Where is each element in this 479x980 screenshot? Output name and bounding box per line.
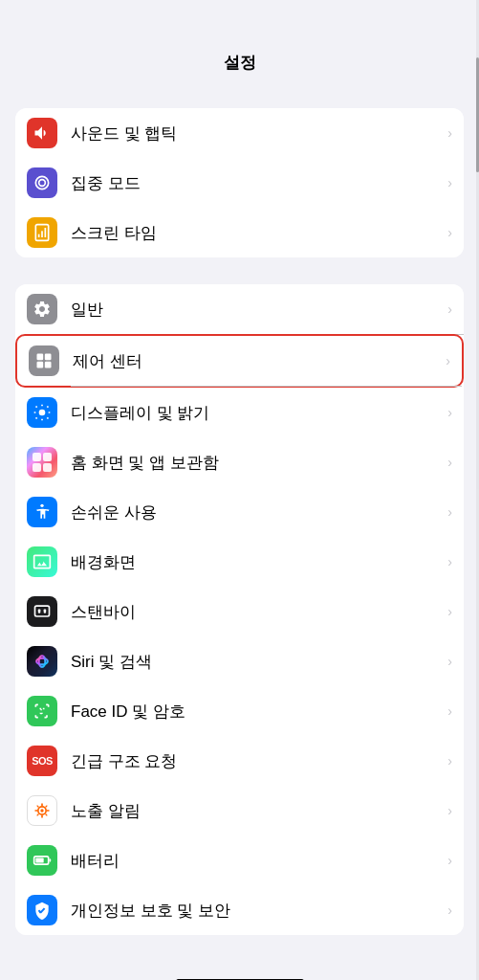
settings-item-standby[interactable]: 스탠바이 › [15, 587, 464, 636]
chevron-icon: › [447, 175, 452, 190]
svg-line-22 [46, 814, 48, 816]
chevron-icon: › [447, 125, 452, 141]
display-icon [27, 397, 57, 428]
svg-rect-3 [45, 228, 47, 237]
exposure-icon [27, 795, 57, 826]
svg-rect-6 [37, 362, 44, 368]
svg-point-8 [39, 410, 46, 416]
chevron-icon: › [447, 654, 452, 669]
wallpaper-icon [27, 546, 57, 577]
chevron-icon: › [447, 554, 452, 569]
svg-rect-10 [35, 606, 50, 616]
settings-item-exposure[interactable]: 노출 알림 › [15, 786, 464, 835]
settings-group-2: 일반 › 제어 센터 › 디스플레이 및 밝기 › [15, 284, 464, 935]
svg-rect-7 [45, 362, 52, 368]
privacy-icon [27, 895, 57, 925]
settings-item-focusmode[interactable]: 집중 모드 › [15, 158, 464, 208]
svg-line-24 [37, 814, 39, 816]
settings-item-sos[interactable]: SOS 긴급 구조 요청 › [15, 736, 464, 786]
chevron-icon: › [447, 753, 452, 768]
settings-item-faceid[interactable]: Face ID 및 암호 › [15, 686, 464, 736]
status-bar [0, 0, 479, 42]
settings-item-privacy[interactable]: 개인정보 보호 및 보안 › [15, 885, 464, 935]
accessibility-icon [27, 497, 57, 527]
controlcenter-icon [29, 345, 59, 376]
chevron-icon: › [447, 703, 452, 719]
svg-rect-2 [41, 231, 43, 237]
settings-item-display[interactable]: 디스플레이 및 밝기 › [15, 388, 464, 437]
general-icon [27, 294, 57, 324]
standby-icon [27, 596, 57, 627]
svg-rect-4 [37, 354, 44, 361]
svg-line-21 [37, 806, 39, 808]
chevron-icon: › [447, 405, 452, 420]
chevron-icon: › [447, 902, 452, 918]
settings-item-soundhaptics[interactable]: 사운드 및 햅틱 › [15, 108, 464, 158]
settings-item-wallpaper[interactable]: 배경화면 › [15, 537, 464, 587]
sos-icon: SOS [27, 746, 57, 776]
svg-rect-12 [44, 610, 47, 613]
settings-item-general[interactable]: 일반 › [15, 284, 464, 334]
nav-title: 설정 [0, 42, 479, 81]
settings-item-siri[interactable]: Siri 및 검색 › [15, 636, 464, 686]
soundhaptics-icon [27, 118, 57, 148]
svg-line-23 [46, 806, 48, 808]
screentime-icon [27, 217, 57, 248]
focusmode-icon [27, 167, 57, 198]
settings-item-accessibility[interactable]: 손쉬운 사용 › [15, 487, 464, 537]
chevron-icon: › [447, 455, 452, 470]
chevron-icon: › [447, 504, 452, 520]
chevron-icon: › [447, 803, 452, 818]
svg-rect-1 [38, 234, 40, 237]
svg-point-16 [40, 809, 43, 812]
battery-icon [27, 845, 57, 876]
faceid-icon [27, 696, 57, 726]
chevron-icon: › [446, 353, 450, 368]
chevron-icon: › [447, 301, 452, 317]
chevron-icon: › [447, 604, 452, 619]
settings-group-1: 사운드 및 햅틱 › 집중 모드 › 스크린 타임 › [15, 108, 464, 257]
settings-item-homescreen[interactable]: 홈 화면 및 앱 보관함 › [15, 437, 464, 487]
svg-rect-26 [35, 858, 43, 863]
svg-rect-5 [45, 354, 52, 361]
chevron-icon: › [447, 225, 452, 240]
chevron-icon: › [447, 853, 452, 868]
settings-item-controlcenter[interactable]: 제어 센터 › [15, 334, 464, 388]
siri-icon [27, 646, 57, 677]
homescreen-icon [27, 447, 57, 478]
settings-item-screentime[interactable]: 스크린 타임 › [15, 208, 464, 257]
settings-item-battery[interactable]: 배터리 › [15, 835, 464, 885]
svg-point-9 [40, 504, 43, 507]
svg-rect-11 [38, 610, 41, 613]
